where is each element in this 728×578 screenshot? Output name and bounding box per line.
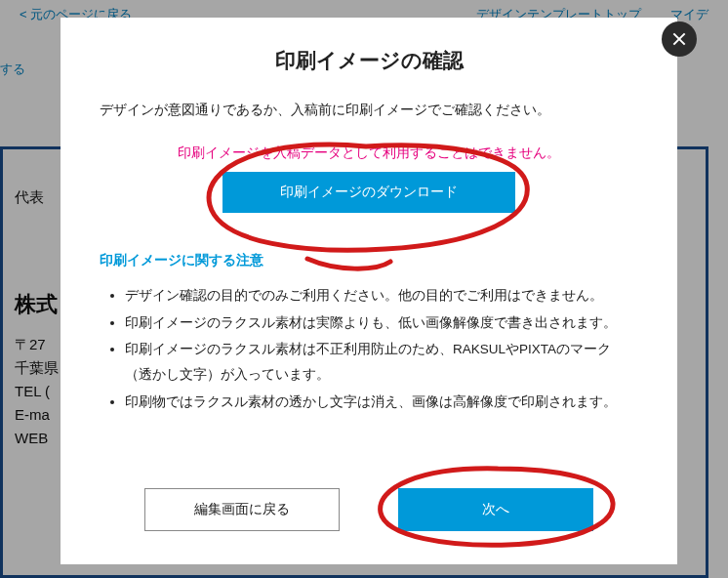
modal-title: 印刷イメージの確認 xyxy=(100,47,638,74)
print-preview-modal: 印刷イメージの確認 デザインが意図通りであるか、入稿前に印刷イメージでご確認くだ… xyxy=(61,18,677,564)
download-print-image-button[interactable]: 印刷イメージのダウンロード xyxy=(222,172,515,213)
notice-item: デザイン確認の目的でのみご利用ください。他の目的でご利用はできません。 xyxy=(125,283,638,309)
next-button[interactable]: 次へ xyxy=(398,488,593,531)
notice-title: 印刷イメージに関する注意 xyxy=(100,252,638,269)
modal-warning: 印刷イメージを入稿データとして利用することはできません。 xyxy=(100,144,638,162)
back-to-edit-button[interactable]: 編集画面に戻る xyxy=(144,488,340,531)
notice-item: 印刷イメージのラクスル素材は不正利用防止のため、RAKSULやPIXTAのマーク… xyxy=(125,337,638,387)
modal-description: デザインが意図通りであるか、入稿前に印刷イメージでご確認ください。 xyxy=(100,102,638,119)
notice-item: 印刷イメージのラクスル素材は実際よりも、低い画像解像度で書き出されます。 xyxy=(125,310,638,336)
notice-item: 印刷物ではラクスル素材の透かし文字は消え、画像は高解像度で印刷されます。 xyxy=(125,390,638,415)
notice-list: デザイン確認の目的でのみご利用ください。他の目的でご利用はできません。 印刷イメ… xyxy=(100,283,638,414)
close-button[interactable] xyxy=(662,21,697,57)
modal-button-row: 編集画面に戻る 次へ xyxy=(61,488,677,531)
